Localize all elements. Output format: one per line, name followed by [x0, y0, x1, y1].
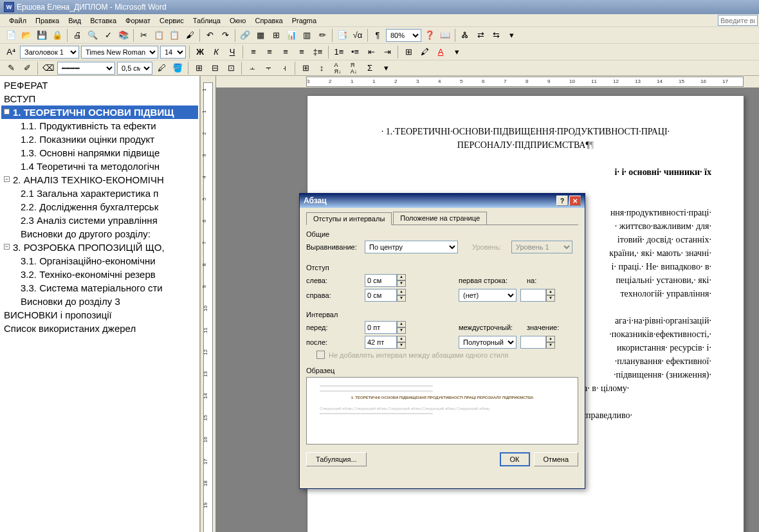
expand-icon[interactable]: − [4, 109, 10, 115]
align-top-icon[interactable]: ⫠ [245, 61, 259, 75]
format-painter-icon[interactable]: 🖌 [183, 28, 197, 42]
linespace-combo[interactable]: Полуторный [459, 336, 517, 349]
menu-table[interactable]: Таблица [189, 15, 224, 26]
read-mode-icon[interactable]: 📖 [438, 28, 452, 42]
print-icon[interactable]: 🖨 [70, 28, 84, 42]
nav-item[interactable]: Висновки до другого розділу: [1, 227, 198, 241]
nav-item[interactable]: РЕФЕРАТ [1, 78, 198, 92]
paste-icon[interactable]: 📋 [167, 28, 181, 42]
increase-indent-icon[interactable]: ⇥ [380, 45, 394, 59]
expand-icon[interactable]: − [4, 244, 10, 250]
linespace-value-input[interactable] [520, 336, 546, 349]
undo-icon[interactable]: ↶ [203, 28, 217, 42]
styles-pane-icon[interactable]: A⁴ [4, 45, 18, 59]
before-input[interactable] [365, 321, 397, 334]
translate2-icon[interactable]: ⇄ [473, 28, 488, 42]
menu-tools[interactable]: Сервис [156, 15, 188, 26]
menu-window[interactable]: Окно [226, 15, 250, 26]
print-preview-icon[interactable]: 🔍 [86, 28, 100, 42]
line-style-combo[interactable]: ━━━━ [57, 62, 115, 75]
style-combo[interactable]: Заголовок 1 [20, 46, 79, 59]
nav-item[interactable]: ВИСНОВКИ і пропозиції [1, 308, 198, 322]
spell-check-icon[interactable]: ✓ [101, 28, 115, 42]
nav-item[interactable]: −3. РОЗРОБКА ПРОПОЗИЦІЙ ЩО, [1, 241, 198, 254]
menu-view[interactable]: Вид [64, 15, 85, 26]
bullets-icon[interactable]: •≡ [348, 45, 362, 59]
vertical-ruler[interactable]: 112345678910111213141516171819 [201, 76, 216, 532]
underline-icon[interactable]: Ч [225, 45, 239, 59]
align-justify-icon[interactable]: ≡ [295, 45, 309, 59]
alignment-combo[interactable]: По центру [365, 241, 458, 253]
insert-table2-icon[interactable]: ⊞ [192, 61, 206, 75]
ok-button[interactable]: ОК [500, 452, 530, 466]
menu-insert[interactable]: Вставка [86, 15, 120, 26]
spin-down-icon[interactable]: ▼ [546, 342, 555, 349]
horizontal-ruler[interactable]: 3211234567891011121314151617 [306, 77, 744, 87]
navigation-pane[interactable]: РЕФЕРАТВСТУП−1. ТЕОРЕТИЧНІ ОСНОВИ ПІДВИЩ… [0, 76, 201, 532]
font-size-combo[interactable]: 14 [160, 46, 186, 59]
dialog-help-icon[interactable]: ? [556, 196, 568, 206]
tabs-button[interactable]: Табуляция... [306, 452, 367, 466]
spin-up-icon[interactable]: ▲ [397, 336, 406, 342]
eraser-icon[interactable]: ⌫ [41, 61, 55, 75]
line-width-combo[interactable]: 0,5 см [117, 62, 152, 75]
align-left-icon[interactable]: ≡ [246, 45, 261, 59]
nav-item[interactable]: ВСТУП [1, 92, 198, 105]
font-color-icon[interactable]: A [434, 45, 448, 59]
nav-item[interactable]: 1.1. Продуктивність та ефекти [1, 119, 198, 133]
font-combo[interactable]: Times New Roman [81, 46, 158, 59]
highlight-icon[interactable]: 🖍 [417, 45, 432, 59]
show-marks-icon[interactable]: ¶ [370, 28, 385, 42]
merge-cells-icon[interactable]: ⊟ [208, 61, 222, 75]
nav-item[interactable]: 3.1. Організаційно-економічни [1, 254, 198, 268]
firstline-combo[interactable]: (нет) [459, 289, 517, 302]
columns-icon[interactable]: ▥ [300, 28, 314, 42]
borders-icon[interactable]: ⊞ [401, 45, 416, 59]
spin-down-icon[interactable]: ▼ [397, 280, 406, 287]
translate3-icon[interactable]: ⇆ [489, 28, 503, 42]
numbering-icon[interactable]: 1≡ [332, 45, 346, 59]
menu-help[interactable]: Справка [251, 15, 286, 26]
align-right-icon[interactable]: ≡ [279, 45, 293, 59]
tab-indents[interactable]: Отступы и интервалы [306, 212, 392, 225]
nav-item[interactable]: 3.2. Техніко-економічні резерв [1, 268, 198, 281]
dialog-titlebar[interactable]: Абзац ? ✕ [300, 194, 585, 208]
pen-icon[interactable]: ✎ [4, 61, 18, 75]
new-doc-icon[interactable]: 📄 [4, 28, 18, 42]
distribute-cols-icon[interactable]: ⫞ [277, 61, 291, 75]
redo-icon[interactable]: ↷ [218, 28, 232, 42]
dialog-close-icon[interactable]: ✕ [569, 196, 581, 206]
spin-up-icon[interactable]: ▲ [546, 336, 555, 342]
indent-right-input[interactable] [365, 289, 397, 302]
menu-edit[interactable]: Правка [32, 15, 63, 26]
nav-item[interactable]: Список використаних джерел [1, 322, 198, 335]
indent-left-input[interactable] [365, 274, 397, 287]
table-autoformat-icon[interactable]: ⊞ [298, 61, 313, 75]
nav-item[interactable]: −2. АНАЛІЗ ТЕХНІКО-ЕКОНОМІЧН [1, 173, 198, 187]
save-icon[interactable]: 💾 [35, 28, 49, 42]
doc-map-icon[interactable]: 📑 [335, 28, 349, 42]
italic-icon[interactable]: К [209, 45, 223, 59]
menu-pragma[interactable]: Pragma [288, 15, 321, 26]
insert-table-icon[interactable]: ⊞ [269, 28, 283, 42]
split-cells-icon[interactable]: ⊡ [224, 61, 238, 75]
excel-icon[interactable]: 📊 [284, 28, 298, 42]
pen2-icon[interactable]: ✐ [20, 61, 34, 75]
border-color-icon[interactable]: 🖊 [154, 61, 169, 75]
menu-format[interactable]: Формат [122, 15, 154, 26]
nav-item[interactable]: 1.3. Основні напрямки підвище [1, 146, 198, 160]
research-icon[interactable]: 📚 [116, 28, 131, 42]
nav-item[interactable]: −1. ТЕОРЕТИЧНІ ОСНОВИ ПІДВИЩ [1, 105, 198, 119]
tab-pageposition[interactable]: Положение на странице [393, 212, 487, 225]
firstline-by-input[interactable] [520, 289, 546, 302]
zoom-combo[interactable]: 80% [386, 29, 421, 42]
text-direction-icon[interactable]: ↕ [315, 61, 329, 75]
dropdown3-icon[interactable]: ▾ [379, 61, 393, 75]
spin-down-icon[interactable]: ▼ [397, 327, 406, 334]
translate-icon[interactable]: Ꮬ [458, 28, 472, 42]
autosum-icon[interactable]: Σ [363, 61, 377, 75]
spin-down-icon[interactable]: ▼ [546, 295, 555, 302]
fill-color-icon[interactable]: 🪣 [170, 61, 185, 75]
permission-icon[interactable]: 🔒 [50, 28, 64, 42]
line-spacing-icon[interactable]: ‡≡ [311, 45, 325, 59]
